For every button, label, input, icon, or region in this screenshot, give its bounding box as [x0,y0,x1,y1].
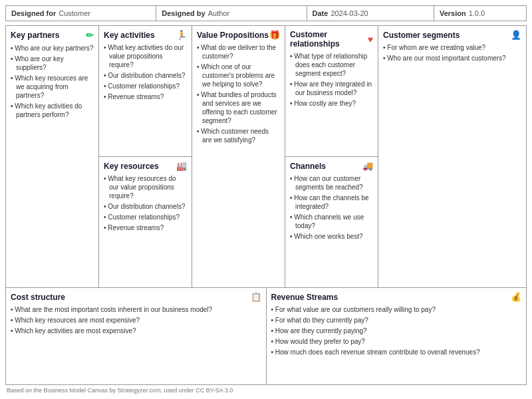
customer-segments-title-text: Customer segments [383,31,460,40]
key-activities-icon: 🏃 [176,30,187,40]
list-item: For what value are our customers really … [271,305,522,314]
revenue-streams-icon: 💰 [511,292,521,302]
value-propositions-icon: 🎁 [269,30,280,40]
list-item: What bundles of products and services ar… [197,90,280,125]
list-item: Which key activities are most expensive? [11,327,261,335]
key-resources-icon: 🏭 [176,161,187,171]
value-propositions-title: Value Propositions 🎁 [197,30,280,40]
list-item: For whom are we creating value? [383,43,521,52]
list-item: Which one works best? [290,232,373,241]
list-item: What type of relationship does each cust… [290,52,373,78]
customer-relationships-title-text: Customer relationships [290,30,368,49]
list-item: Who are our key partners? [11,44,94,53]
value-propositions-section: Value Propositions 🎁 What do we deliver … [192,26,285,287]
footer: Based on the Business Model Canvas by St… [5,385,527,394]
date-cell: Date 2024-03-20 [307,6,434,21]
activities-resources-col: Key activities 🏃 What key activities do … [99,26,192,287]
designed-for-cell: Designed for Customer [6,6,156,21]
value-propositions-title-text: Value Propositions [197,31,269,40]
revenue-streams-title: Revenue Streams 💰 [271,292,522,302]
key-resources-list: What key resources do our value proposit… [104,174,187,232]
customer-segments-title: Customer segments 👤 [383,30,521,40]
list-item: How would they prefer to pay? [271,337,522,346]
list-item: Revenue streams? [104,92,187,101]
list-item: How much does each revenue stream contri… [271,348,522,356]
list-item: Which key resources are we acquiring fro… [11,74,94,100]
list-item: Which key resources are most expensive? [11,316,261,325]
list-item: How are they integrated in our business … [290,80,373,97]
list-item: Our distribution channels? [104,71,187,80]
list-item: For what do they currently pay? [271,316,522,325]
list-item: Which channels we use today? [290,213,373,230]
cost-structure-list: What are the most important costs inhere… [11,305,261,335]
list-item: What key activities do our value proposi… [104,43,187,69]
key-activities-list: What key activities do our value proposi… [104,43,187,101]
list-item: What key resources do our value proposit… [104,174,187,200]
list-item: How are they currently paying? [271,327,522,335]
value-propositions-list: What do we deliver to the customer? Whic… [197,43,280,144]
footer-text: Based on the Business Model Canvas by St… [7,387,233,394]
key-activities-title-text: Key activities [104,31,155,40]
top-section: Key partners ✏ Who are our key partners?… [6,26,526,288]
list-item: Which customer needs are we satisfying? [197,127,280,144]
key-partners-title: Key partners ✏ [11,30,94,41]
key-partners-section: Key partners ✏ Who are our key partners?… [6,26,99,287]
list-item: Who are our most important customers? [383,54,521,63]
channels-icon: 🚚 [362,161,373,171]
customer-segments-section: Customer segments 👤 For whom are we crea… [378,26,526,287]
designed-for-label: Designed for [11,9,56,17]
list-item: Customer relationships? [104,213,187,221]
list-item: What are the most important costs inhere… [11,305,261,314]
bottom-section: Cost structure 📋 What are the most impor… [6,288,526,384]
list-item: Which key activities do partners perform… [11,102,94,119]
list-item: What do we deliver to the customer? [197,43,280,61]
channels-section: Channels 🚚 How can our customer segments… [285,157,378,287]
customer-channels-col: Customer relationships ♥ What type of re… [285,26,378,287]
version-label: Version [440,9,466,17]
channels-title-text: Channels [290,162,326,171]
revenue-streams-list: For what value are our customers really … [271,305,522,356]
customer-segments-icon: 👤 [511,30,521,40]
list-item: Customer relationships? [104,82,187,90]
key-partners-icon: ✏ [86,30,94,41]
key-partners-title-text: Key partners [11,31,59,40]
list-item: How can our customer segments be reached… [290,174,373,192]
customer-segments-list: For whom are we creating value? Who are … [383,43,521,63]
date-value: 2024-03-20 [331,9,368,17]
key-resources-title: Key resources 🏭 [104,161,187,171]
key-activities-title: Key activities 🏃 [104,30,187,40]
cost-structure-title-text: Cost structure [11,293,65,302]
designed-by-value: Author [208,9,229,17]
cost-structure-icon: 📋 [251,292,261,302]
list-item: Which one of our customer's problems are… [197,63,280,88]
list-item: Our distribution channels? [104,202,187,211]
list-item: How costly are they? [290,99,373,108]
revenue-streams-title-text: Revenue Streams [271,293,338,302]
customer-relationships-list: What type of relationship does each cust… [290,52,373,108]
date-label: Date [313,9,329,17]
key-partners-list: Who are our key partners? Who are our ke… [11,44,94,119]
list-item: Revenue streams? [104,223,187,232]
key-resources-section: Key resources 🏭 What key resources do ou… [99,157,192,287]
page: Designed for Customer Designed by Author… [0,0,532,399]
header-row: Designed for Customer Designed by Author… [5,5,527,21]
list-item: How can the channels be integrated? [290,194,373,211]
channels-list: How can our customer segments be reached… [290,174,373,241]
version-cell: Version 1.0.0 [434,6,526,21]
customer-relationships-section: Customer relationships ♥ What type of re… [285,26,378,157]
cost-structure-section: Cost structure 📋 What are the most impor… [6,288,267,384]
customer-relationships-icon: ♥ [368,34,373,45]
key-resources-title-text: Key resources [104,162,159,171]
channels-title: Channels 🚚 [290,161,373,171]
list-item: Who are our key suppliers? [11,55,94,72]
version-value: 1.0.0 [469,9,485,17]
designed-for-value: Customer [59,9,90,17]
designed-by-label: Designed by [162,9,205,17]
key-activities-section: Key activities 🏃 What key activities do … [99,26,192,157]
cost-structure-title: Cost structure 📋 [11,292,261,302]
designed-by-cell: Designed by Author [156,6,307,21]
revenue-streams-section: Revenue Streams 💰 For what value are our… [267,288,527,384]
business-model-canvas: Key partners ✏ Who are our key partners?… [5,25,527,385]
customer-relationships-title: Customer relationships ♥ [290,30,373,49]
